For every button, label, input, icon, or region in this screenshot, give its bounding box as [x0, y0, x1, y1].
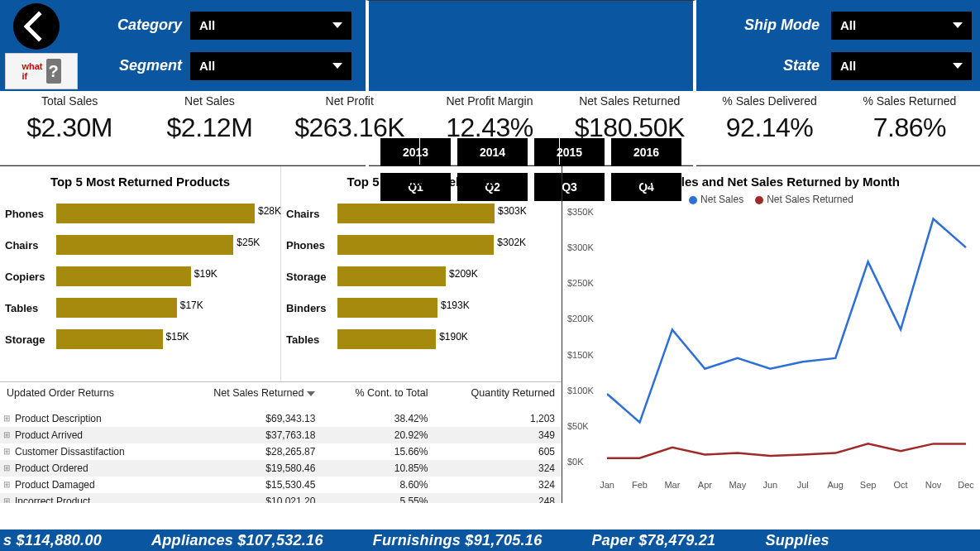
chevron-down-icon — [953, 22, 963, 28]
table-row[interactable]: Product Ordered$19,580.4610.85%324 — [0, 460, 562, 477]
bar-value: $209K — [449, 268, 478, 280]
ticker-item: s $114,880.00 — [3, 532, 102, 549]
whatif-text1: what — [22, 61, 42, 71]
bar-track: $19K — [56, 266, 275, 286]
kpi-card: Net Sales $2.12M — [140, 91, 280, 165]
table-header[interactable]: Updated Order Returns — [0, 382, 172, 410]
bar-category: Copiers — [5, 271, 51, 283]
category-select[interactable]: All — [190, 12, 351, 40]
bar-fill — [56, 235, 233, 255]
filter-panel-right: Ship Mode All State All — [700, 0, 980, 91]
x-tick-label: Jun — [762, 480, 777, 490]
linechart-legend: Net Sales Net Sales Returned — [567, 194, 975, 205]
ticker-bar: s $114,880.00Appliances $107,532.16Furni… — [0, 529, 980, 551]
table-row[interactable]: Product Description$69,343.1338.42%1,203 — [0, 410, 562, 427]
table-row[interactable]: Product Arrived$37,763.1820.92%349 — [0, 427, 562, 443]
mid-section: Top 5 Most Returned Products Phones $28K… — [0, 165, 980, 503]
whatif-button[interactable]: what if ? — [5, 53, 78, 89]
filter-row-state: State All — [708, 52, 972, 80]
legend-item-returned: Net Sales Returned — [755, 194, 853, 205]
panel-title-delivered: Top 5 Products Delivered — [286, 175, 557, 189]
back-button[interactable] — [13, 3, 60, 50]
bar-row: Phones $28K — [5, 204, 275, 223]
x-tick-label: Jan — [600, 480, 614, 490]
bar-fill — [56, 266, 191, 286]
bar-row: Tables $190K — [286, 329, 557, 349]
table-header[interactable]: Net Sales Returned — [172, 382, 323, 410]
bar-fill — [337, 235, 494, 255]
shipmode-select[interactable]: All — [831, 12, 972, 40]
x-tick-label: Dec — [958, 480, 974, 490]
chevron-down-icon — [953, 63, 963, 69]
table-cell: 8.60% — [322, 477, 434, 493]
table-header[interactable]: % Cont. to Total — [322, 382, 434, 410]
kpi-label: Net Sales — [145, 94, 274, 108]
bar-row: Storage $15K — [5, 329, 275, 349]
table-cell: 5.55% — [322, 493, 434, 503]
ticker-item: Furnishings $91,705.16 — [373, 532, 543, 549]
table-cell: 248 — [434, 493, 562, 503]
bar-fill — [56, 329, 163, 349]
chevron-down-icon — [332, 63, 342, 69]
table-cell: $15,530.45 — [172, 477, 323, 493]
kpi-card: Net Profit $263.16K — [280, 91, 420, 165]
kpi-label: Total Sales — [5, 94, 134, 108]
table-cell: 605 — [434, 443, 562, 460]
x-tick-label: Nov — [925, 480, 942, 490]
table-row[interactable]: Incorrect Product$10,021.205.55%248 — [0, 493, 562, 503]
kpi-value: $2.30M — [5, 113, 134, 143]
table-cell: 10.85% — [322, 460, 434, 477]
bar-track: $193K — [337, 298, 557, 318]
bar-fill — [337, 329, 436, 349]
segment-select[interactable]: All — [190, 52, 351, 80]
shipmode-select-value: All — [840, 18, 856, 32]
series-line — [607, 443, 966, 458]
x-tick-label: Feb — [632, 480, 648, 490]
bar-track: $303K — [337, 204, 557, 223]
bar-value: $25K — [237, 237, 260, 248]
right-column: Net Sales and Net Sales Returned by Mont… — [562, 166, 980, 503]
sort-desc-icon — [307, 391, 315, 396]
bar-track: $25K — [56, 235, 275, 255]
bar-track: $190K — [337, 329, 557, 349]
panel-title-returned: Top 5 Most Returned Products — [5, 175, 275, 189]
kpi-card: % Sales Delivered 92.14% — [700, 91, 839, 165]
bar-panels: Top 5 Most Returned Products Phones $28K… — [0, 166, 562, 381]
dot-icon — [755, 196, 763, 204]
left-column: Top 5 Most Returned Products Phones $28K… — [0, 166, 562, 503]
y-tick-label: $0K — [567, 457, 584, 467]
segment-select-value: All — [199, 59, 215, 73]
table-cell: Product Damaged — [0, 477, 172, 493]
filter-label-category: Category — [99, 17, 182, 34]
table-cell: $28,265.87 — [172, 443, 323, 460]
table-row[interactable]: Product Damaged$15,530.458.60%324 — [0, 477, 562, 493]
x-tick-label: Sep — [860, 480, 877, 490]
table-row[interactable]: Customer Dissastifaction$28,265.8715.66%… — [0, 443, 562, 460]
kpi-label: % Sales Returned — [845, 94, 974, 108]
y-tick-label: $300K — [567, 242, 594, 252]
bar-category: Storage — [5, 333, 51, 346]
kpi-value: 7.86% — [845, 113, 974, 143]
bar-row: Copiers $19K — [5, 266, 275, 286]
state-select[interactable]: All — [831, 52, 972, 80]
table-cell: 38.42% — [322, 410, 434, 427]
bar-value: $303K — [498, 205, 527, 217]
state-select-value: All — [840, 59, 856, 73]
dot-icon — [689, 196, 697, 204]
x-tick-label: Apr — [698, 480, 712, 490]
bar-track: $15K — [56, 329, 275, 349]
bar-category: Chairs — [5, 239, 51, 252]
table-cell: 324 — [434, 460, 562, 477]
bar-panel-delivered: Top 5 Products Delivered Chairs $303K Ph… — [281, 166, 562, 381]
ticker-item: Paper $78,479.21 — [591, 532, 715, 549]
table-cell: $10,021.20 — [172, 493, 323, 503]
bar-category: Phones — [286, 239, 332, 252]
category-select-value: All — [199, 18, 215, 32]
bar-category: Binders — [286, 302, 332, 314]
table-header[interactable]: Quantity Returned — [434, 382, 562, 410]
kpi-card: Net Profit Margin 12.43% — [420, 91, 560, 165]
kpi-value: $2.12M — [145, 113, 274, 143]
table-cell: Incorrect Product — [0, 493, 172, 503]
table-cell: $69,343.13 — [172, 410, 323, 427]
bar-category: Storage — [286, 271, 332, 283]
